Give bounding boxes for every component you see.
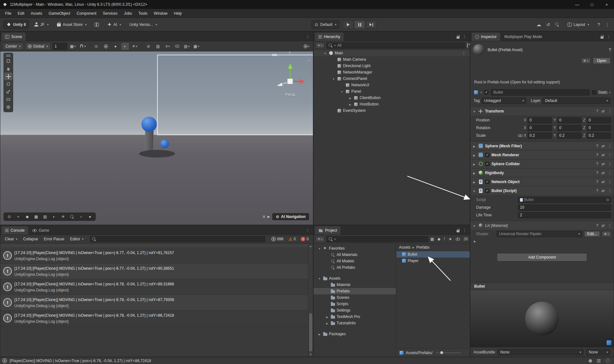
camera-settings-dropdown[interactable] [303, 43, 310, 50]
step-button[interactable] [366, 20, 377, 29]
z-field[interactable]: 0.2 [587, 133, 611, 139]
menu-item[interactable]: Assets [28, 9, 45, 18]
tab-inspector[interactable]: i Inspector [472, 33, 500, 41]
presets-icon[interactable]: ⇄ [602, 189, 605, 193]
close-button[interactable]: × [599, 0, 614, 9]
menu-item[interactable]: Component [73, 9, 100, 18]
menu-item[interactable]: Services [100, 9, 121, 18]
foldout-triangle-icon[interactable] [472, 223, 476, 228]
panel-menu-icon[interactable]: ⋮ [463, 228, 466, 233]
panel-menu-icon[interactable]: ⋮ [463, 35, 466, 39]
component-header[interactable]: Mesh Renderer ? ⇄ ⋮ [470, 151, 614, 159]
static-checkbox[interactable] [592, 90, 596, 95]
grid-visibility-dropdown[interactable]: ▦ [69, 43, 77, 50]
component-menu-icon[interactable]: ⋮ [608, 109, 612, 113]
hierarchy-item[interactable]: NetworkUI ⋮ [314, 82, 470, 88]
menu-item[interactable]: Help [171, 9, 185, 18]
2d-view-toggle[interactable] [102, 43, 110, 50]
component-enabled-checkbox[interactable] [485, 180, 490, 184]
move-overlay-icon[interactable]: + [14, 213, 22, 220]
gizmo-overlay-icon[interactable]: ○ [77, 213, 85, 220]
maximize-button[interactable]: □ [585, 0, 599, 9]
view-options-tool[interactable] [4, 57, 12, 65]
foldout-triangle-icon[interactable] [323, 51, 327, 55]
x-field[interactable]: 0.2 [528, 133, 552, 139]
notification-bell-icon[interactable] [589, 359, 592, 362]
prefab-options-dropdown[interactable]: ≡▾ [581, 58, 591, 64]
help-icon[interactable]: ? [596, 180, 598, 184]
favorites-icon[interactable]: ★ [449, 237, 452, 241]
console-scrollbar[interactable]: ▲ ▼ [308, 244, 313, 357]
project-tree-item[interactable]: All Materials [314, 252, 396, 258]
y-field[interactable]: 0 [557, 125, 582, 131]
error-pause-button[interactable]: Error Pause [41, 236, 67, 242]
project-file-item[interactable]: Bullet [396, 251, 470, 258]
toolbar-menu-icon[interactable]: ⋮ [605, 22, 610, 27]
project-tree-item[interactable]: Material [314, 282, 396, 288]
menu-item[interactable]: Edit [14, 9, 28, 18]
project-file-item[interactable]: Player [396, 258, 470, 264]
search-icon[interactable] [555, 22, 559, 27]
log-count-toggle[interactable]: ! 896 [269, 237, 286, 241]
status-message[interactable]: [Player(Clone)] MOVING | IsOwner=True | … [10, 359, 151, 363]
hierarchy-item[interactable]: Panel ⋮ [314, 88, 470, 95]
perspective-label[interactable]: Persp [275, 92, 306, 97]
help-icon[interactable]: ? [596, 162, 598, 166]
component-picking-dropdown[interactable]: ▤ [183, 43, 191, 50]
hierarchy-item[interactable]: Main Camera ⋮ [314, 56, 470, 63]
component-header[interactable]: Bullet (Script) ? ⇄ ⋮ [470, 186, 614, 195]
component-enabled-checkbox[interactable] [485, 189, 490, 193]
menu-item[interactable]: Jobs [121, 9, 135, 18]
project-tree-item[interactable]: TutorialInfo [314, 320, 396, 326]
asset-store-dropdown[interactable]: Asset Store [54, 20, 90, 29]
project-tree-item[interactable]: Settings [314, 307, 396, 314]
item-menu-icon[interactable]: ⋮ [462, 51, 468, 55]
component-header[interactable]: Network Object ? ⇄ ⋮ [470, 177, 614, 186]
z-field[interactable]: 0 [587, 117, 611, 123]
scrollbar-thumb[interactable] [309, 313, 312, 352]
console-log-entry[interactable]: ! [17:24:10] [Player(Clone)] MOVING | Is… [0, 279, 308, 295]
layout-dropdown[interactable]: Layout [564, 20, 593, 29]
overlay-expand-icon[interactable]: ▶ [267, 215, 270, 218]
help-icon[interactable]: ? [596, 153, 598, 157]
presets-icon[interactable]: ⇄ [602, 144, 605, 148]
gizmo-y-axis-label[interactable]: y [289, 51, 291, 54]
hierarchy-item[interactable]: Directional Light ⋮ [314, 63, 470, 69]
foldout-triangle-icon[interactable] [325, 321, 329, 325]
console-log-entry[interactable]: ! [17:24:10] [Player(Clone)] MOVING | Is… [0, 248, 308, 264]
transform-tool[interactable] [4, 103, 12, 111]
effects-dropdown[interactable]: ✳ [131, 43, 139, 50]
hierarchy-item[interactable]: NetworkManager ⋮ [314, 69, 470, 75]
console-search-input[interactable] [90, 236, 265, 242]
menu-item[interactable]: GameObject [45, 9, 73, 18]
lock-icon[interactable] [457, 230, 459, 232]
presets-icon[interactable]: ⇄ [602, 153, 605, 157]
constrain-proportions-icon[interactable] [518, 134, 522, 137]
static-dropdown-icon[interactable]: ▾ [609, 91, 610, 94]
name-field[interactable]: Bullet [491, 89, 590, 96]
overlay-handle[interactable] [272, 54, 277, 55]
presets-icon[interactable]: ⇄ [602, 180, 605, 184]
tab-multiplayer-play-mode[interactable]: Multiplayer Play Mode [501, 33, 546, 41]
draw-mode-overlay-icon[interactable]: ⊙ [5, 213, 13, 220]
hand-tool[interactable] [4, 65, 12, 73]
foldout-triangle-icon[interactable] [348, 96, 352, 100]
code-optimization-icon[interactable]: ✓ [606, 359, 610, 363]
tab-console[interactable]: Console [2, 226, 28, 235]
search-by-type-icon[interactable]: ◆ [437, 237, 440, 241]
breadcrumb-current[interactable]: Prefabs [416, 245, 429, 250]
presets-icon[interactable]: ⇄ [602, 223, 605, 228]
component-menu-icon[interactable]: ⋮ [608, 153, 612, 157]
tab-hierarchy[interactable]: Hierarchy [315, 33, 344, 41]
panel-menu-icon[interactable]: ⋮ [306, 228, 310, 233]
help-icon[interactable]: ? [597, 22, 600, 27]
material-header[interactable]: Lit (Material) ? ⇄ ⋮ [470, 221, 614, 230]
gizmo-x-axis-label[interactable]: x [310, 70, 312, 74]
component-header[interactable]: Sphere Collider ? ⇄ ⋮ [470, 159, 614, 168]
play-button[interactable] [343, 20, 354, 29]
component-menu-icon[interactable]: ⋮ [608, 180, 612, 184]
preview-settings-icon[interactable] [607, 340, 611, 345]
hierarchy-item[interactable]: Main ⋮ [314, 50, 470, 56]
menu-item[interactable]: Window [151, 9, 171, 18]
menu-item[interactable]: Tools [135, 9, 151, 18]
